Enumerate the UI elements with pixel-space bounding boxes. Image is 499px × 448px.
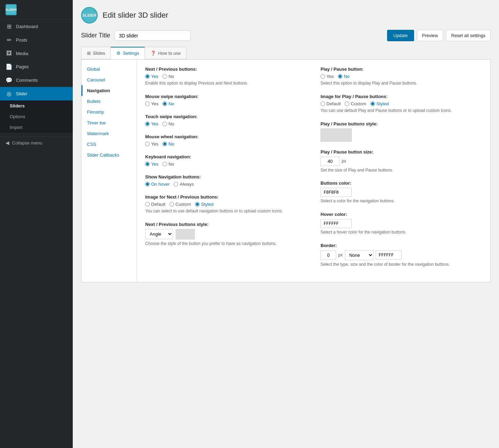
play-pause-yes-option[interactable]: Yes <box>321 74 334 79</box>
hover-color-group: Hover color: Select a hover color for th… <box>321 212 482 235</box>
play-pause-yes-radio[interactable] <box>321 74 325 79</box>
border-color-input[interactable] <box>376 251 402 260</box>
touch-swipe-no-option[interactable]: No <box>163 121 174 126</box>
mouse-wheel-yes-option[interactable]: Yes <box>145 141 158 147</box>
collapse-menu-label: Collapse menu <box>12 140 42 146</box>
collapse-menu-button[interactable]: ◀ Collapse menu <box>0 136 73 149</box>
next-prev-yes-label: Yes <box>151 74 158 79</box>
mouse-wheel-yes-radio[interactable] <box>145 142 150 146</box>
image-np-default-radio[interactable] <box>145 202 150 207</box>
sidebar-sub-navigation: Sliders Options Import <box>0 100 73 133</box>
border-size-input[interactable] <box>321 251 336 260</box>
image-pp-styled-option[interactable]: Styled <box>370 101 389 106</box>
sidebar-item-dashboard[interactable]: ⊞ Dashboard <box>0 20 73 33</box>
show-nav-hover-radio[interactable] <box>145 182 150 186</box>
sidebar-item-slider[interactable]: ◎ Slider <box>0 87 73 100</box>
mouse-swipe-no-radio[interactable] <box>163 102 167 106</box>
play-pause-no-option[interactable]: No <box>338 74 350 79</box>
mouse-swipe-no-label: No <box>168 101 174 106</box>
image-np-styled-label: Styled <box>201 202 213 207</box>
hover-color-input-row <box>321 219 482 228</box>
settings-nav-global[interactable]: Global <box>81 64 137 74</box>
touch-swipe-no-radio[interactable] <box>163 122 167 126</box>
play-pause-desc: Select this option to display Play and P… <box>321 80 482 86</box>
settings-nav-css[interactable]: CSS <box>81 139 137 150</box>
next-prev-no-radio[interactable] <box>163 74 167 79</box>
keyboard-no-option[interactable]: No <box>163 161 174 167</box>
mouse-wheel-no-option[interactable]: No <box>163 141 174 147</box>
show-nav-hover-option[interactable]: On hover <box>145 182 169 187</box>
sidebar-sub-label: Sliders <box>10 103 25 108</box>
show-nav-always-option[interactable]: Always <box>174 182 194 187</box>
play-pause-no-radio[interactable] <box>338 74 342 79</box>
touch-swipe-yes-radio[interactable] <box>145 122 150 126</box>
keyboard-no-radio[interactable] <box>163 162 167 166</box>
mouse-swipe-yes-option[interactable]: Yes <box>145 101 158 106</box>
settings-nav-filmstrip[interactable]: Filmstrip <box>81 107 137 117</box>
np-buttons-style-label: Next / Previous buttons style: <box>145 222 307 227</box>
sidebar-item-sliders[interactable]: Sliders <box>0 100 73 111</box>
image-pp-styled-radio[interactable] <box>370 102 375 106</box>
next-prev-yes-radio[interactable] <box>145 74 150 79</box>
image-np-styled-option[interactable]: Styled <box>195 202 213 207</box>
image-np-custom-option[interactable]: Custom <box>169 202 191 207</box>
keyboard-yes-radio[interactable] <box>145 162 150 166</box>
hover-color-input[interactable] <box>321 219 352 228</box>
sidebar: SLIDER ⊞ Dashboard ✏ Posts 🖼 Media 📄 Pag… <box>0 0 73 448</box>
image-pp-custom-radio[interactable] <box>345 102 349 106</box>
mouse-swipe-yes-radio[interactable] <box>145 102 150 106</box>
next-prev-no-option[interactable]: No <box>163 74 174 79</box>
pp-size-input[interactable] <box>321 157 340 166</box>
update-button[interactable]: Update <box>387 30 414 41</box>
media-icon: 🖼 <box>6 50 12 56</box>
settings-nav-callbacks[interactable]: Slider Callbacks <box>81 150 137 160</box>
keyboard-yes-option[interactable]: Yes <box>145 161 158 167</box>
sidebar-item-pages[interactable]: 📄 Pages <box>0 60 73 73</box>
show-nav-always-label: Always <box>180 182 194 187</box>
touch-swipe-no-label: No <box>168 121 174 126</box>
reset-button[interactable]: Reset all settings <box>446 30 491 41</box>
settings-nav-watermark[interactable]: Watermark <box>81 128 137 139</box>
tab-settings[interactable]: ⚙ Settings <box>111 47 145 59</box>
play-pause-button-group: Play / Pause button: Yes No Select t <box>321 67 482 86</box>
next-prev-buttons-label: Next / Previous buttons: <box>145 67 307 72</box>
sidebar-item-import[interactable]: Import <box>0 122 73 133</box>
image-np-default-option[interactable]: Default <box>145 202 165 207</box>
tab-slides[interactable]: ⊞ Slides <box>81 47 111 59</box>
show-nav-radio-row: On hover Always <box>145 182 307 187</box>
sidebar-item-comments[interactable]: 💬 Comments <box>0 73 73 87</box>
show-nav-buttons-group: Show Navigation buttons: On hover Always <box>145 174 307 187</box>
settings-nav-timer-bar[interactable]: Timer bar <box>81 117 137 128</box>
settings-nav-navigation[interactable]: Navigation <box>81 85 137 96</box>
show-nav-always-radio[interactable] <box>174 182 178 186</box>
image-pp-default-option[interactable]: Default <box>321 101 341 106</box>
sidebar-logo: SLIDER <box>0 0 73 20</box>
touch-swipe-yes-option[interactable]: Yes <box>145 121 158 126</box>
preview-button[interactable]: Preview <box>417 30 443 41</box>
image-np-styled-radio[interactable] <box>195 202 200 207</box>
tab-label: Settings <box>123 51 139 56</box>
sidebar-item-options[interactable]: Options <box>0 111 73 122</box>
image-pp-default-radio[interactable] <box>321 102 325 106</box>
buttons-color-input[interactable] <box>321 188 352 197</box>
next-prev-desc: Enable this option to display Previous a… <box>145 80 307 86</box>
sidebar-item-label: Media <box>16 51 28 56</box>
sidebar-item-posts[interactable]: ✏ Posts <box>0 33 73 47</box>
settings-nav-bullets[interactable]: Bullets <box>81 96 137 107</box>
mouse-wheel-no-radio[interactable] <box>163 142 167 146</box>
slider-title-input[interactable] <box>114 30 191 41</box>
settings-nav-carousel[interactable]: Carousel <box>81 74 137 85</box>
image-pp-custom-option[interactable]: Custom <box>345 101 366 106</box>
image-np-custom-radio[interactable] <box>169 202 174 207</box>
image-pp-styled-label: Styled <box>376 101 389 106</box>
np-style-select[interactable]: Angle Arrow Round Square <box>145 229 173 239</box>
mouse-wheel-radio-row: Yes No <box>145 141 307 147</box>
image-pp-default-label: Default <box>326 101 341 106</box>
border-style-select[interactable]: None Solid Dashed Dotted <box>345 250 374 260</box>
next-prev-yes-option[interactable]: Yes <box>145 74 158 79</box>
sidebar-item-media[interactable]: 🖼 Media <box>0 47 73 60</box>
pp-button-size-group: Play / Pause button size: px Set the siz… <box>321 149 482 173</box>
tab-how-to-use[interactable]: ❓ How to use <box>145 47 186 59</box>
mouse-swipe-no-option[interactable]: No <box>163 101 174 106</box>
image-pp-buttons-group: Image for Play / Pause buttons: Default … <box>321 94 482 114</box>
